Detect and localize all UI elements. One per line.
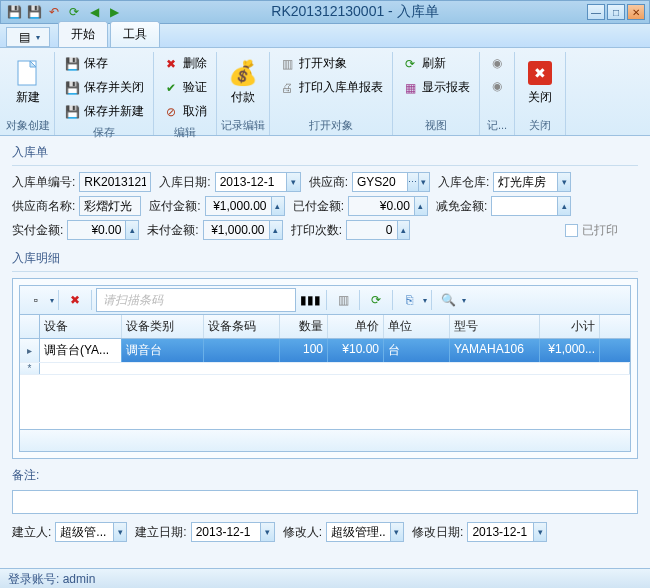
cancel-button[interactable]: ⊘取消 — [158, 100, 212, 123]
show-report-button[interactable]: ▦显示报表 — [397, 76, 475, 99]
spinner-icon[interactable]: ▴ — [271, 197, 284, 215]
col-barcode[interactable]: 设备条码 — [204, 315, 280, 338]
col-unit[interactable]: 单位 — [384, 315, 450, 338]
close-button[interactable]: ✖ 关闭 — [519, 52, 561, 111]
chevron-down-icon[interactable]: ▾ — [533, 523, 546, 541]
save-new-button[interactable]: 💾保存并新建 — [59, 100, 149, 123]
cancel-icon: ⊘ — [163, 104, 179, 120]
open-icon: ▥ — [335, 292, 351, 308]
col-qty[interactable]: 数量 — [280, 315, 328, 338]
maximize-button[interactable]: □ — [607, 4, 625, 20]
qa-prev-icon[interactable]: ◀ — [85, 3, 103, 21]
check-icon: ✔ — [163, 80, 179, 96]
spinner-icon[interactable]: ▴ — [125, 221, 138, 239]
window-title: RK201312130001 - 入库单 — [123, 3, 587, 21]
save-new-icon: 💾 — [64, 104, 80, 120]
col-model[interactable]: 型号 — [450, 315, 540, 338]
qa-undo-icon[interactable]: ↶ — [45, 3, 63, 21]
barcode-input[interactable]: 请扫描条码 — [96, 288, 296, 312]
log-next-button[interactable]: ◉ — [484, 75, 510, 97]
open-object-button[interactable]: ▥打开对象 — [274, 52, 388, 75]
log-prev-button[interactable]: ◉ — [484, 52, 510, 74]
qa-saveclose-icon[interactable]: 💾 — [25, 3, 43, 21]
spinner-icon[interactable]: ▴ — [414, 197, 427, 215]
refresh-icon: ⟳ — [368, 292, 384, 308]
printed-checkbox[interactable]: 已打印 — [565, 222, 618, 239]
login-status: 登录账号: admin — [8, 572, 95, 586]
detail-search-button[interactable]: 🔍 — [436, 288, 460, 312]
ellipsis-icon[interactable]: ⋯ — [407, 173, 418, 191]
order-no-field[interactable] — [79, 172, 151, 192]
up-icon: ◉ — [489, 55, 505, 71]
barcode-icon: ▮▮▮ — [302, 292, 318, 308]
save-button[interactable]: 💾保存 — [59, 52, 149, 75]
chevron-down-icon[interactable]: ▾ — [390, 523, 403, 541]
warehouse-field[interactable]: ▾ — [493, 172, 571, 192]
grid-header: 设备 设备类别 设备条码 数量 单价 单位 型号 小计 — [20, 315, 630, 339]
close-window-button[interactable]: ✕ — [627, 4, 645, 20]
supplier-field[interactable]: ⋯▾ — [352, 172, 430, 192]
waive-amount-field[interactable]: ▴ — [491, 196, 571, 216]
col-category[interactable]: 设备类别 — [122, 315, 204, 338]
minimize-button[interactable]: — — [587, 4, 605, 20]
modifier-field[interactable]: ▾ — [326, 522, 404, 542]
new-button[interactable]: 新建 — [7, 52, 49, 111]
chevron-down-icon[interactable]: ▾ — [557, 173, 570, 191]
row-indicator-icon: ▸ — [20, 339, 40, 362]
col-price[interactable]: 单价 — [328, 315, 384, 338]
save-icon: 💾 — [64, 56, 80, 72]
detail-delete-button[interactable]: ✖ — [63, 288, 87, 312]
pay-button[interactable]: 💰 付款 — [222, 52, 264, 111]
qa-refresh-icon[interactable]: ⟳ — [65, 3, 83, 21]
detail-open-button[interactable]: ▥ — [331, 288, 355, 312]
order-date-field[interactable]: ▾ — [215, 172, 301, 192]
app-menu-button[interactable]: ▤▾ — [6, 27, 50, 47]
actual-amount-field[interactable]: ▴ — [67, 220, 139, 240]
detail-export-button[interactable]: ⎘ — [397, 288, 421, 312]
supplier-name-field — [79, 196, 141, 216]
down-icon: ◉ — [489, 78, 505, 94]
save-close-button[interactable]: 💾保存并关闭 — [59, 76, 149, 99]
chevron-down-icon[interactable]: ▾ — [418, 173, 429, 191]
ribbon-group-save: 💾保存 💾保存并关闭 💾保存并新建 保存 — [55, 52, 154, 135]
tab-start[interactable]: 开始 — [58, 21, 108, 47]
remarks-input[interactable] — [12, 490, 638, 514]
detail-grid[interactable]: 设备 设备类别 设备条码 数量 单价 单位 型号 小计 ▸ 调音台(YA... … — [19, 315, 631, 452]
ribbon-group-create: 新建 对象创建 — [2, 52, 55, 135]
pay-icon: 💰 — [227, 57, 259, 89]
col-device[interactable]: 设备 — [40, 315, 122, 338]
table-row-new[interactable]: * — [20, 363, 630, 375]
print-icon: 🖨 — [279, 80, 295, 96]
qa-save-icon[interactable]: 💾 — [5, 3, 23, 21]
spinner-icon[interactable]: ▴ — [269, 221, 282, 239]
barcode-scan-button[interactable]: ▮▮▮ — [298, 288, 322, 312]
ribbon-group-open: ▥打开对象 🖨打印入库单报表 打开对象 — [270, 52, 393, 135]
chevron-down-icon[interactable]: ▾ — [260, 523, 273, 541]
create-date-field[interactable]: ▾ — [191, 522, 275, 542]
detail-new-button[interactable]: ▫ — [24, 288, 48, 312]
spinner-icon[interactable]: ▴ — [397, 221, 410, 239]
tab-tools[interactable]: 工具 — [110, 21, 160, 47]
section-header-detail: 入库明细 — [12, 248, 638, 271]
new-icon: ▫ — [28, 292, 44, 308]
validate-button[interactable]: ✔验证 — [158, 76, 212, 99]
refresh-button[interactable]: ⟳刷新 — [397, 52, 475, 75]
modify-date-field[interactable]: ▾ — [467, 522, 547, 542]
due-amount-field[interactable]: ▴ — [205, 196, 285, 216]
table-row[interactable]: ▸ 调音台(YA... 调音台 100 ¥10.00 台 YAMAHA106 ¥… — [20, 339, 630, 363]
qa-next-icon[interactable]: ▶ — [105, 3, 123, 21]
print-report-button[interactable]: 🖨打印入库单报表 — [274, 76, 388, 99]
col-subtotal[interactable]: 小计 — [540, 315, 600, 338]
chevron-down-icon[interactable]: ▾ — [113, 523, 126, 541]
report-icon: ▦ — [402, 80, 418, 96]
spinner-icon[interactable]: ▴ — [557, 197, 570, 215]
chevron-down-icon[interactable]: ▾ — [286, 173, 299, 191]
delete-icon: ✖ — [163, 56, 179, 72]
detail-refresh-button[interactable]: ⟳ — [364, 288, 388, 312]
paid-amount-field[interactable]: ▴ — [348, 196, 428, 216]
open-icon: ▥ — [279, 56, 295, 72]
creator-field[interactable]: ▾ — [55, 522, 127, 542]
delete-button[interactable]: ✖删除 — [158, 52, 212, 75]
print-count-field[interactable]: ▴ — [346, 220, 410, 240]
unpaid-amount-field[interactable]: ▴ — [203, 220, 283, 240]
